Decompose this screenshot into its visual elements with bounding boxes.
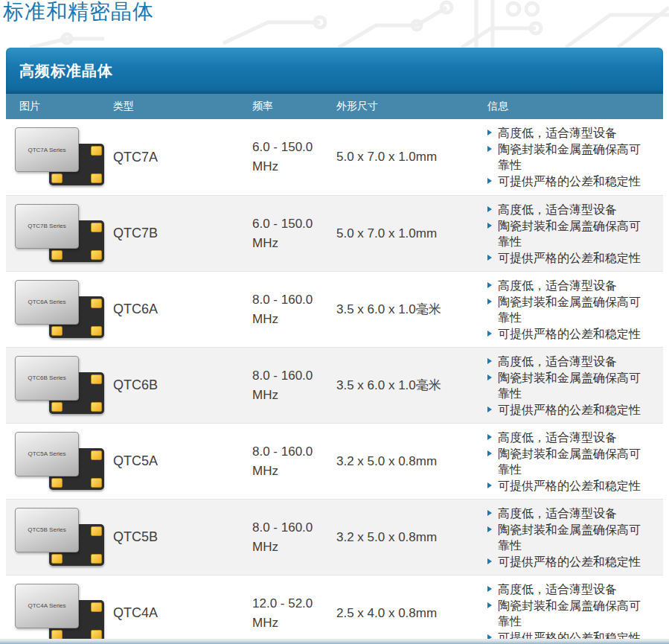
image-cell: QTC7A Series [6, 126, 112, 188]
type-value: QTC6B [113, 377, 158, 392]
info-item: 高度低，适合薄型设备 [487, 581, 644, 597]
frequency-cell: 12.0 - 52.0 MHz [251, 594, 335, 633]
section-header: 高频标准晶体 [6, 48, 663, 94]
info-item-text: 陶瓷封装和金属盖确保高可靠性 [498, 370, 644, 401]
info-cell: 高度低，适合薄型设备陶瓷封装和金属盖确保高可靠性可提供严格的公差和稳定性 [486, 201, 663, 267]
frequency-value: 12.0 - 52.0 MHz [252, 596, 313, 630]
info-item-text: 可提供严格的公差和稳定性 [498, 402, 641, 418]
product-image-label: QTC5A Series [28, 450, 65, 457]
bullet-triangle-icon [487, 282, 492, 288]
crystal-lid-graphic: QTC7B Series [15, 204, 79, 249]
image-cell: QTC6A Series [6, 278, 112, 341]
bullet-triangle-icon [487, 358, 492, 364]
gold-pad-icon [91, 450, 102, 460]
bullet-triangle-icon [487, 450, 492, 456]
info-item-text: 高度低，适合薄型设备 [498, 278, 617, 293]
table-column-header: 图片 类型 频率 外形尺寸 信息 [6, 94, 663, 119]
info-cell: 高度低，适合薄型设备陶瓷封装和金属盖确保高可靠性可提供严格的公差和稳定性 [486, 277, 663, 342]
gold-pad-icon [91, 478, 102, 488]
info-item-text: 可提供严格的公差和稳定性 [498, 554, 641, 570]
bullet-triangle-icon [487, 434, 492, 440]
frequency-cell: 6.0 - 150.0 MHz [251, 138, 335, 176]
frequency-cell: 8.0 - 160.0 MHz [251, 518, 335, 557]
info-item-text: 高度低，适合薄型设备 [498, 354, 617, 369]
info-item: 可提供严格的公差和稳定性 [487, 478, 644, 494]
info-item: 陶瓷封装和金属盖确保高可靠性 [487, 598, 644, 629]
gold-pad-icon [91, 146, 102, 156]
info-item: 可提供严格的公差和稳定性 [487, 554, 644, 570]
table-row: QTC7B Series QTC7B 6.0 - 150.0 MHz 5.0 x… [6, 195, 663, 271]
gold-pad-icon [51, 173, 63, 183]
gold-pad-icon [51, 250, 63, 260]
crystal-lid-graphic: QTC7A Series [15, 127, 79, 172]
product-image: QTC5B Series [15, 506, 106, 569]
type-value: QTC6A [113, 302, 158, 316]
info-item-text: 可提供严格的公差和稳定性 [498, 326, 641, 342]
info-item: 高度低，适合薄型设备 [487, 506, 644, 521]
bullet-triangle-icon [487, 223, 492, 229]
info-list: 高度低，适合薄型设备陶瓷封装和金属盖确保高可靠性可提供严格的公差和稳定性 [487, 125, 644, 189]
bullet-triangle-icon [487, 602, 492, 608]
frequency-value: 6.0 - 150.0 MHz [252, 140, 313, 173]
info-item-text: 可提供严格的公差和稳定性 [498, 250, 641, 266]
gold-pad-icon [91, 250, 102, 260]
dimensions-value: 3.2 x 5.0 x 0.8mm [336, 530, 437, 544]
bullet-triangle-icon [487, 178, 492, 184]
column-header-frequency: 频率 [251, 100, 335, 113]
bullet-triangle-icon [487, 206, 492, 212]
info-item: 陶瓷封装和金属盖确保高可靠性 [487, 141, 644, 173]
info-item: 高度低，适合薄型设备 [487, 125, 644, 141]
column-header-image: 图片 [6, 100, 112, 113]
frequency-cell: 8.0 - 160.0 MHz [251, 366, 335, 405]
info-item-text: 高度低，适合薄型设备 [498, 125, 617, 141]
info-item: 可提供严格的公差和稳定性 [487, 326, 644, 342]
info-item-text: 陶瓷封装和金属盖确保高可靠性 [498, 446, 644, 477]
info-list: 高度低，适合薄型设备陶瓷封装和金属盖确保高可靠性可提供严格的公差和稳定性 [487, 202, 644, 266]
image-cell: QTC5A Series [6, 430, 112, 493]
dimensions-value: 3.5 x 6.0 x 1.0毫米 [336, 302, 441, 316]
product-image-label: QTC5B Series [28, 526, 66, 533]
bullet-triangle-icon [487, 374, 492, 380]
frequency-cell: 8.0 - 160.0 MHz [251, 290, 335, 329]
bullet-triangle-icon [487, 482, 492, 488]
image-cell: QTC7B Series [6, 203, 112, 265]
bullet-triangle-icon [487, 331, 492, 337]
crystal-lid-graphic: QTC6B Series [15, 356, 79, 401]
dimensions-cell: 3.2 x 5.0 x 0.8mm [335, 528, 486, 547]
product-image: QTC6B Series [15, 354, 106, 417]
info-item: 可提供严格的公差和稳定性 [487, 173, 644, 189]
frequency-value: 8.0 - 160.0 MHz [252, 520, 313, 554]
gold-pad-icon [51, 402, 63, 412]
gold-pad-icon [91, 223, 102, 232]
crystal-lid-graphic: QTC5A Series [15, 432, 79, 476]
info-item-text: 高度低，适合薄型设备 [498, 430, 617, 445]
bullet-triangle-icon [487, 558, 492, 564]
page-title: 标准和精密晶体 [3, 0, 154, 26]
info-item-text: 陶瓷封装和金属盖确保高可靠性 [498, 294, 644, 325]
info-list: 高度低，适合薄型设备陶瓷封装和金属盖确保高可靠性可提供严格的公差和稳定性 [487, 278, 644, 342]
gold-pad-icon [51, 630, 63, 640]
type-value: QTC7B [113, 226, 158, 240]
dimensions-cell: 3.5 x 6.0 x 1.0毫米 [335, 300, 486, 319]
frequency-value: 6.0 - 150.0 MHz [252, 217, 313, 250]
gold-pad-icon [91, 402, 102, 412]
bullet-triangle-icon [487, 407, 492, 412]
table-row: QTC6A Series QTC6A 8.0 - 160.0 MHz 3.5 x… [6, 271, 663, 347]
info-item: 高度低，适合薄型设备 [487, 354, 644, 369]
type-cell: QTC4A [112, 605, 251, 621]
info-list: 高度低，适合薄型设备陶瓷封装和金属盖确保高可靠性可提供严格的公差和稳定性 [487, 581, 644, 644]
info-item-text: 高度低，适合薄型设备 [498, 202, 617, 217]
dimensions-cell: 2.5 x 4.0 x 0.8mm [335, 604, 486, 623]
type-value: QTC5B [113, 529, 158, 544]
image-cell: QTC6B Series [6, 354, 112, 417]
bullet-triangle-icon [487, 586, 492, 592]
product-image: QTC7A Series [15, 126, 106, 188]
info-item-text: 陶瓷封装和金属盖确保高可靠性 [498, 141, 644, 173]
product-image-label: QTC7A Series [28, 147, 65, 153]
crystal-lid-graphic: QTC5B Series [15, 508, 79, 552]
product-image-label: QTC7B Series [28, 223, 66, 229]
product-image-label: QTC4A Series [28, 602, 65, 609]
dimensions-cell: 5.0 x 7.0 x 1.0mm [335, 224, 486, 243]
info-list: 高度低，适合薄型设备陶瓷封装和金属盖确保高可靠性可提供严格的公差和稳定性 [487, 506, 644, 570]
table-row: QTC4A Series QTC4A 12.0 - 52.0 MHz 2.5 x… [6, 575, 663, 644]
